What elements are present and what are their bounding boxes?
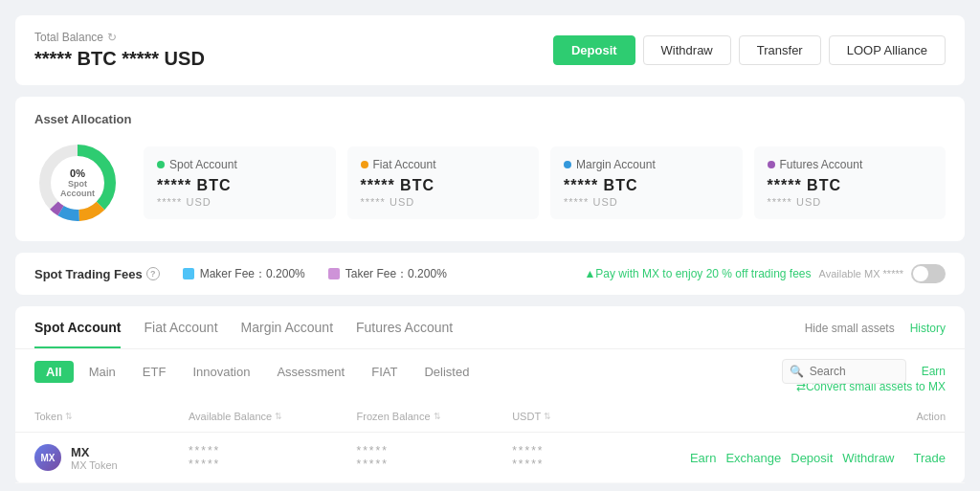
th-usdt-sort[interactable]: USDT ⇅ bbox=[512, 411, 551, 422]
th-frozen-sort[interactable]: Frozen Balance ⇅ bbox=[357, 411, 441, 422]
earn-filter-link[interactable]: Earn bbox=[922, 365, 946, 378]
margin-account-label: Margin Account bbox=[564, 158, 729, 171]
fees-bar: Spot Trading Fees ? Maker Fee：0.200% Tak… bbox=[15, 253, 965, 295]
frozen-balance-value2: ***** bbox=[357, 458, 475, 471]
fees-promo: ▲Pay with MX to enjoy 20 % off trading f… bbox=[584, 264, 946, 283]
spot-account-box: Spot Account ***** BTC ***** USD bbox=[144, 146, 336, 219]
margin-label-text: Margin Account bbox=[576, 158, 656, 171]
balance-actions: Deposit Withdraw Transfer LOOP Alliance bbox=[553, 35, 946, 65]
margin-btc-value: ***** BTC bbox=[564, 177, 729, 194]
search-wrap: 🔍 bbox=[782, 359, 906, 384]
fees-info-icon[interactable]: ? bbox=[146, 267, 160, 280]
futures-dot bbox=[768, 161, 775, 168]
taker-fee-label: Taker Fee：0.200% bbox=[345, 266, 447, 282]
filter-innovation[interactable]: Innovation bbox=[181, 361, 261, 383]
account-boxes: Spot Account ***** BTC ***** USD Fiat Ac… bbox=[144, 146, 946, 219]
futures-account-label: Futures Account bbox=[768, 158, 933, 171]
allocation-title: Asset Allocation bbox=[34, 112, 946, 126]
table-body: MX MX MX Token ***** ***** *** bbox=[15, 433, 965, 483]
tabs-bar: Spot Account Fiat Account Margin Account… bbox=[15, 306, 965, 349]
fiat-account-box: Fiat Account ***** BTC ***** USD bbox=[347, 146, 540, 219]
taker-badge bbox=[328, 268, 340, 279]
futures-btc-value: ***** BTC bbox=[768, 177, 933, 194]
table-row: MX MX MX Token ***** ***** *** bbox=[15, 433, 965, 483]
taker-fee-item: Taker Fee：0.200% bbox=[328, 266, 447, 282]
search-icon: 🔍 bbox=[790, 365, 804, 378]
tab-spot-account[interactable]: Spot Account bbox=[34, 320, 121, 348]
transfer-button[interactable]: Transfer bbox=[739, 35, 821, 65]
tab-futures-account[interactable]: Futures Account bbox=[356, 320, 453, 348]
table-head: Token ⇅ Available Balance ⇅ Frozen Balan… bbox=[15, 401, 965, 433]
hide-small-assets-link[interactable]: Hide small assets bbox=[805, 322, 895, 335]
margin-usd-value: ***** USD bbox=[564, 196, 729, 208]
th-available-sort[interactable]: Available Balance ⇅ bbox=[189, 411, 282, 422]
fees-title: Spot Trading Fees ? bbox=[34, 267, 160, 281]
th-frozen: Frozen Balance ⇅ bbox=[338, 401, 494, 433]
action-links: Earn Exchange Deposit Withdraw Trade bbox=[611, 451, 946, 465]
sort-icon-available: ⇅ bbox=[275, 412, 282, 421]
maker-badge bbox=[183, 268, 194, 279]
history-link[interactable]: History bbox=[910, 322, 946, 335]
balance-left: Total Balance ↻ ***** BTC ***** USD bbox=[34, 31, 205, 70]
sort-icon-token: ⇅ bbox=[65, 412, 73, 421]
mx-full-name: MX Token bbox=[71, 459, 118, 471]
donut-chart: 0% Spot Account bbox=[34, 140, 121, 226]
donut-sub-label: Spot Account bbox=[56, 179, 100, 198]
available-balance-cell: ***** ***** bbox=[169, 433, 338, 483]
filter-main[interactable]: Main bbox=[78, 361, 127, 383]
futures-account-box: Futures Account ***** BTC ***** USD bbox=[754, 146, 947, 219]
filter-delisted[interactable]: Delisted bbox=[412, 361, 480, 383]
filter-assessment[interactable]: Assessment bbox=[265, 361, 356, 383]
fiat-btc-masked: ***** bbox=[361, 177, 395, 193]
filter-items: All Main ETF Innovation Assessment FIAT … bbox=[34, 361, 480, 383]
available-balance-value: ***** bbox=[189, 444, 319, 458]
withdraw-action[interactable]: Withdraw bbox=[842, 451, 894, 465]
usdt-value: ***** bbox=[512, 444, 572, 458]
token-cell: MX MX MX Token bbox=[15, 433, 169, 483]
filter-etf[interactable]: ETF bbox=[131, 361, 178, 383]
asset-table: Token ⇅ Available Balance ⇅ Frozen Balan… bbox=[15, 401, 965, 483]
deposit-button[interactable]: Deposit bbox=[553, 35, 635, 65]
available-balance-value2: ***** bbox=[189, 458, 319, 471]
tab-margin-account[interactable]: Margin Account bbox=[241, 320, 334, 348]
filter-all[interactable]: All bbox=[34, 361, 74, 383]
earn-action[interactable]: Earn bbox=[690, 451, 716, 465]
th-token-sort[interactable]: Token ⇅ bbox=[34, 411, 73, 422]
exchange-action[interactable]: Exchange bbox=[725, 451, 781, 465]
th-action: Action bbox=[591, 401, 965, 433]
fiat-label-text: Fiat Account bbox=[373, 158, 436, 171]
margin-dot bbox=[564, 161, 571, 168]
filter-row: All Main ETF Innovation Assessment FIAT … bbox=[15, 349, 965, 384]
fiat-btc-value: ***** BTC bbox=[361, 177, 526, 194]
refresh-icon[interactable]: ↻ bbox=[107, 31, 117, 44]
trade-action[interactable]: Trade bbox=[914, 451, 946, 465]
sort-icon-usdt: ⇅ bbox=[544, 412, 551, 421]
fees-toggle[interactable] bbox=[911, 264, 946, 283]
mx-symbol: MX bbox=[71, 445, 118, 459]
withdraw-button[interactable]: Withdraw bbox=[643, 35, 731, 65]
fiat-account-label: Fiat Account bbox=[361, 158, 526, 171]
balance-label-text: Total Balance bbox=[34, 31, 103, 44]
frozen-balance-value: ***** bbox=[357, 444, 475, 458]
balance-label: Total Balance ↻ bbox=[34, 31, 205, 44]
spot-usd-value: ***** USD bbox=[157, 196, 323, 208]
spot-account-label: Spot Account bbox=[157, 158, 323, 171]
deposit-action[interactable]: Deposit bbox=[791, 451, 833, 465]
frozen-balance-cell: ***** ***** bbox=[338, 433, 494, 483]
action-cell: Earn Exchange Deposit Withdraw Trade bbox=[591, 433, 965, 483]
margin-account-box: Margin Account ***** BTC ***** USD bbox=[550, 146, 743, 219]
spot-btc-masked: ***** bbox=[157, 177, 191, 193]
maker-fee-label: Maker Fee：0.200% bbox=[200, 266, 305, 282]
donut-label: 0% Spot Account bbox=[56, 167, 100, 198]
tab-fiat-account[interactable]: Fiat Account bbox=[144, 320, 217, 348]
spot-dot bbox=[157, 161, 165, 168]
usdt-cell: ***** ***** bbox=[493, 433, 591, 483]
margin-btc-masked: ***** bbox=[564, 177, 598, 193]
filter-fiat[interactable]: FIAT bbox=[360, 361, 409, 383]
allocation-card: Asset Allocation 0% Spot Account bbox=[15, 97, 965, 241]
loop-alliance-button[interactable]: LOOP Alliance bbox=[829, 35, 946, 65]
main-card: Spot Account Fiat Account Margin Account… bbox=[15, 306, 965, 483]
th-available: Available Balance ⇅ bbox=[169, 401, 338, 433]
th-token: Token ⇅ bbox=[15, 401, 169, 433]
tabs-right: Hide small assets History bbox=[805, 322, 946, 346]
